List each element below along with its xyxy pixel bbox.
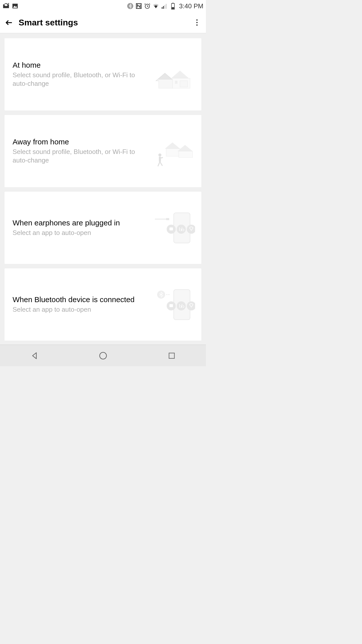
bluetooth-icon [127,3,134,10]
card-subtitle: Select sound profile, Bluetooth, or Wi-F… [13,71,146,88]
card-subtitle: Select sound profile, Bluetooth, or Wi-F… [13,148,146,165]
svg-rect-18 [180,81,188,87]
nav-home-icon[interactable] [98,350,109,361]
svg-rect-8 [166,4,167,9]
svg-point-36 [166,294,167,295]
status-left [3,3,19,10]
gallery-icon [12,3,19,10]
signal-icon [161,3,168,10]
card-text: When earphones are plugged in Select an … [13,219,151,237]
svg-marker-15 [171,71,189,78]
page-title: Smart settings [19,18,192,27]
svg-rect-14 [159,79,172,88]
card-subtitle: Select an app to auto-open [13,305,146,314]
card-away-from-home[interactable]: Away from home Select sound profile, Blu… [5,115,201,187]
svg-marker-19 [165,142,180,149]
wifi-icon [152,3,159,10]
content-area: At home Select sound profile, Bluetooth,… [0,33,206,345]
nav-back-icon[interactable] [29,350,40,361]
svg-rect-42 [169,304,173,307]
card-text: At home Select sound profile, Bluetooth,… [13,61,151,88]
card-subtitle: Select an app to auto-open [13,229,146,237]
card-text: When Bluetooth device is connected Selec… [13,295,151,314]
mail-icon [3,3,10,10]
away-home-icon [151,131,196,171]
svg-marker-21 [177,145,193,151]
status-time: 3:40 PM [179,2,203,10]
svg-rect-17 [175,81,177,84]
nfc-icon [135,3,142,10]
card-earphones[interactable]: When earphones are plugged in Select an … [5,192,201,264]
home-icon [151,54,196,95]
card-bluetooth-device[interactable]: When Bluetooth device is connected Selec… [5,268,201,341]
svg-point-37 [168,294,169,295]
svg-rect-20 [166,149,180,156]
svg-rect-34 [169,227,173,230]
card-at-home[interactable]: At home Select sound profile, Bluetooth,… [5,38,201,110]
svg-rect-29 [166,218,169,220]
svg-rect-7 [164,5,165,9]
navigation-bar [0,345,206,366]
card-title: Away from home [13,138,146,146]
card-title: When earphones are plugged in [13,219,146,227]
svg-rect-6 [163,6,164,9]
svg-rect-44 [169,353,174,358]
battery-icon [169,3,176,10]
card-text: Away from home Select sound profile, Blu… [13,138,151,165]
card-title: At home [13,61,146,69]
svg-rect-22 [179,151,193,157]
status-right: 3:40 PM [127,2,203,10]
app-bar: Smart settings [0,12,206,33]
svg-point-43 [100,352,106,359]
svg-rect-11 [172,7,174,9]
svg-rect-24 [159,157,161,162]
back-arrow-icon[interactable] [5,18,14,27]
svg-rect-5 [162,7,162,9]
card-title: When Bluetooth device is connected [13,295,146,304]
bluetooth-device-icon [151,285,196,325]
svg-rect-10 [172,3,174,3]
earphones-icon [151,208,196,248]
alarm-icon [144,3,151,10]
svg-line-25 [158,162,160,166]
overflow-menu-icon[interactable] [192,18,201,27]
nav-recent-icon[interactable] [166,350,177,361]
svg-point-23 [158,153,161,156]
status-bar: 3:40 PM [0,0,206,12]
svg-marker-12 [157,73,172,79]
svg-line-26 [160,162,162,166]
